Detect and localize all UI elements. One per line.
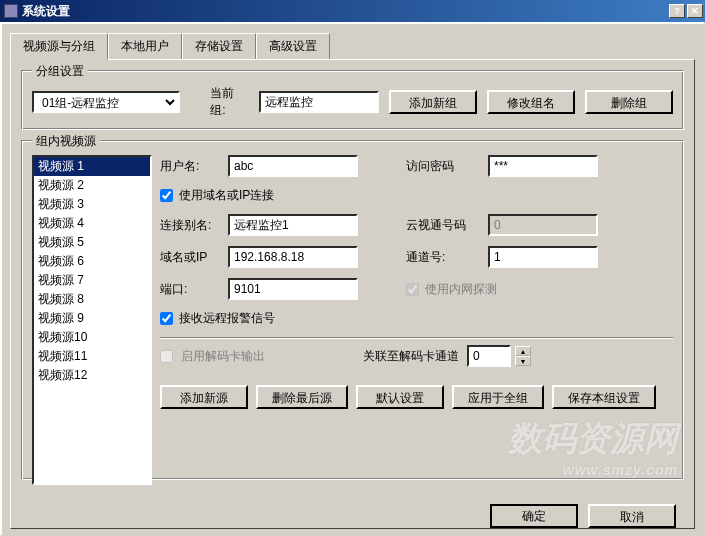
alias-label: 连接别名: <box>160 217 220 234</box>
rename-group-button[interactable]: 修改组名 <box>487 90 575 114</box>
save-group-button[interactable]: 保存本组设置 <box>552 385 656 409</box>
window-title: 系统设置 <box>22 3 70 20</box>
add-group-button[interactable]: 添加新组 <box>389 90 477 114</box>
domain-label: 域名或IP <box>160 249 220 266</box>
alias-field[interactable] <box>228 214 358 236</box>
cancel-button[interactable]: 取消 <box>588 504 676 528</box>
decode-out-checkbox <box>160 350 173 363</box>
default-settings-button[interactable]: 默认设置 <box>356 385 444 409</box>
list-item[interactable]: 视频源 6 <box>34 252 150 271</box>
channel-label: 通道号: <box>406 249 480 266</box>
ok-button[interactable]: 确定 <box>490 504 578 528</box>
help-button[interactable]: ? <box>669 4 685 18</box>
spin-down-icon[interactable]: ▼ <box>515 356 531 366</box>
list-item[interactable]: 视频源 2 <box>34 176 150 195</box>
cloud-label: 云视通号码 <box>406 217 480 234</box>
current-group-field[interactable] <box>259 91 379 113</box>
delete-group-button[interactable]: 删除组 <box>585 90 673 114</box>
source-group-title: 组内视频源 <box>32 133 100 150</box>
decode-channel-field[interactable] <box>467 345 511 367</box>
cloud-field <box>488 214 598 236</box>
list-item[interactable]: 视频源 4 <box>34 214 150 233</box>
alarm-label: 接收远程报警信号 <box>179 310 275 327</box>
app-icon <box>4 4 18 18</box>
password-label: 访问密码 <box>406 158 480 175</box>
current-group-label: 当前组: <box>210 85 249 119</box>
list-item[interactable]: 视频源 1 <box>34 157 150 176</box>
intranet-label: 使用内网探测 <box>425 281 497 298</box>
apply-all-button[interactable]: 应用于全组 <box>452 385 544 409</box>
titlebar: 系统设置 ? ✕ <box>0 0 705 22</box>
alarm-checkbox[interactable] <box>160 312 173 325</box>
tab-video-sources[interactable]: 视频源与分组 <box>10 33 108 60</box>
port-label: 端口: <box>160 281 220 298</box>
spin-up-icon[interactable]: ▲ <box>515 346 531 356</box>
list-item[interactable]: 视频源12 <box>34 366 150 385</box>
port-field[interactable] <box>228 278 358 300</box>
decode-channel-label: 关联至解码卡通道 <box>363 348 459 365</box>
group-settings-box: 分组设置 01组-远程监控 当前组: 添加新组 修改组名 删除组 <box>21 70 684 130</box>
channel-field[interactable] <box>488 246 598 268</box>
list-item[interactable]: 视频源 3 <box>34 195 150 214</box>
list-item[interactable]: 视频源 8 <box>34 290 150 309</box>
tab-advanced[interactable]: 高级设置 <box>256 33 330 60</box>
group-select[interactable]: 01组-远程监控 <box>32 91 180 113</box>
tab-local-users[interactable]: 本地用户 <box>108 33 182 60</box>
use-domain-label: 使用域名或IP连接 <box>179 187 274 204</box>
add-source-button[interactable]: 添加新源 <box>160 385 248 409</box>
tab-bar: 视频源与分组 本地用户 存储设置 高级设置 <box>10 32 695 59</box>
list-item[interactable]: 视频源 7 <box>34 271 150 290</box>
tab-storage[interactable]: 存储设置 <box>182 33 256 60</box>
decode-out-label: 启用解码卡输出 <box>181 348 265 365</box>
domain-field[interactable] <box>228 246 358 268</box>
list-item[interactable]: 视频源 5 <box>34 233 150 252</box>
divider <box>160 337 673 339</box>
list-item[interactable]: 视频源 9 <box>34 309 150 328</box>
group-settings-title: 分组设置 <box>32 63 88 80</box>
list-item[interactable]: 视频源11 <box>34 347 150 366</box>
source-group-box: 组内视频源 视频源 1视频源 2视频源 3视频源 4视频源 5视频源 6视频源 … <box>21 140 684 480</box>
use-domain-checkbox[interactable] <box>160 189 173 202</box>
username-field[interactable] <box>228 155 358 177</box>
password-field[interactable] <box>488 155 598 177</box>
close-button[interactable]: ✕ <box>687 4 703 18</box>
delete-last-button[interactable]: 删除最后源 <box>256 385 348 409</box>
list-item[interactable]: 视频源10 <box>34 328 150 347</box>
source-listbox[interactable]: 视频源 1视频源 2视频源 3视频源 4视频源 5视频源 6视频源 7视频源 8… <box>32 155 152 485</box>
intranet-checkbox <box>406 283 419 296</box>
username-label: 用户名: <box>160 158 220 175</box>
